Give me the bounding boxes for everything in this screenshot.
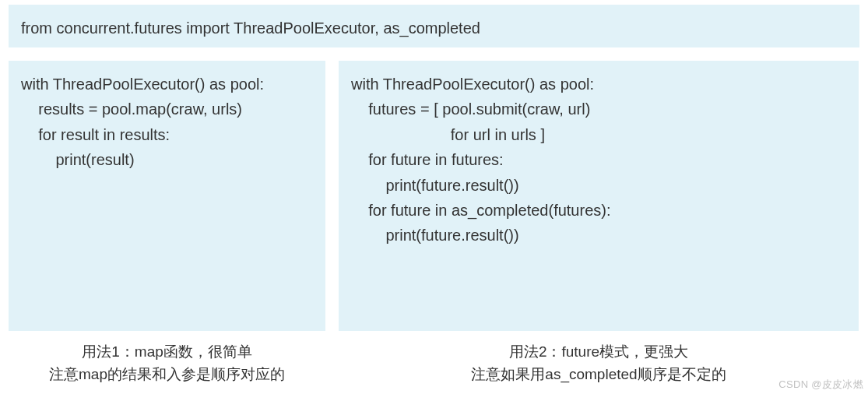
code-line: for future in as_completed(futures): (351, 198, 846, 223)
code-line: print(future.result()) (351, 223, 846, 248)
code-line: for future in futures: (351, 147, 846, 172)
code-line: with ThreadPoolExecutor() as pool: (351, 72, 846, 97)
import-line: from concurrent.futures import ThreadPoo… (21, 16, 847, 40)
usage2-code-box: with ThreadPoolExecutor() as pool: futur… (339, 61, 859, 331)
import-code-box: from concurrent.futures import ThreadPoo… (9, 5, 859, 47)
code-line: for result in results: (21, 122, 313, 147)
code-line: print(future.result()) (351, 173, 846, 198)
code-line: results = pool.map(craw, urls) (21, 97, 313, 121)
caption-line: 用法1：map函数，很简单 (9, 341, 325, 364)
usage1-caption: 用法1：map函数，很简单 注意map的结果和入参是顺序对应的 (9, 341, 325, 385)
code-line: with ThreadPoolExecutor() as pool: (21, 72, 313, 97)
watermark: CSDN @皮皮冰燃 (778, 378, 863, 392)
code-line: print(result) (21, 147, 313, 172)
usage1-code-box: with ThreadPoolExecutor() as pool: resul… (9, 61, 325, 331)
caption-line: 注意map的结果和入参是顺序对应的 (9, 364, 325, 386)
code-line: futures = [ pool.submit(craw, url) (351, 97, 846, 121)
code-line: for url in urls ] (351, 122, 846, 147)
caption-line: 用法2：future模式，更强大 (339, 341, 859, 364)
